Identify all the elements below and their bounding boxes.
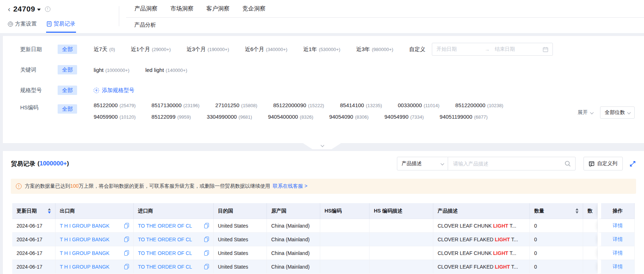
filter-option[interactable]: 近1年(530000+) xyxy=(303,46,340,53)
filter-option[interactable]: led light(140000+) xyxy=(145,67,187,73)
collapse-filter-handle[interactable] xyxy=(303,143,341,149)
filter-option[interactable]: 94054090(8306) xyxy=(329,114,368,120)
info-icon[interactable] xyxy=(45,6,50,12)
option-name: 近7天 xyxy=(94,46,107,53)
filter-option[interactable]: 94059900(10120) xyxy=(94,114,136,120)
back-icon[interactable]: ‹ xyxy=(8,5,10,13)
sort-desc-icon[interactable] xyxy=(48,211,51,214)
date-range-picker[interactable]: 开始日期 → 结束日期 xyxy=(432,43,553,56)
filter-option[interactable]: 85122099(9959) xyxy=(152,114,191,120)
detail-link[interactable]: 详情 xyxy=(613,250,623,256)
custom-date-option[interactable]: 自定义 xyxy=(409,46,425,53)
customize-columns-button[interactable]: 自定义列 xyxy=(583,157,623,170)
company-link[interactable]: TO THE ORDER OF CL xyxy=(138,237,192,242)
copy-icon[interactable] xyxy=(124,264,129,269)
desc-highlight: LIGHT xyxy=(493,250,508,256)
cell-product-desc: CLOVER LEAF CHUNK LIGHT T... xyxy=(433,219,530,233)
tab-plan-settings[interactable]: 方案设置 xyxy=(8,20,37,27)
copy-icon[interactable] xyxy=(204,264,209,269)
filter-all-chip[interactable]: 全部 xyxy=(58,104,77,114)
expand-link[interactable]: 展开 xyxy=(578,109,593,116)
option-name: 27101250 xyxy=(215,102,240,108)
company-link[interactable]: T H I GROUP BANGK xyxy=(60,237,109,242)
company-link[interactable]: T H I GROUP BANGK xyxy=(60,223,109,229)
filter-option[interactable]: 94054990(7334) xyxy=(384,114,424,120)
cell-exporter-content: T H I GROUP BANGK xyxy=(60,264,129,270)
option-count: (0) xyxy=(109,47,115,52)
filter-option[interactable]: 3304990000(9681) xyxy=(207,114,252,120)
company-link[interactable]: TO THE ORDER OF CL xyxy=(138,223,192,229)
column-header: 操作 xyxy=(598,203,635,219)
column-header: 数量 xyxy=(530,203,583,219)
option-name: 近3个月 xyxy=(187,46,206,53)
company-link[interactable]: TO THE ORDER OF CL xyxy=(138,250,192,256)
filter-option[interactable]: 8517130000(23196) xyxy=(152,102,200,108)
option-count: (530000+) xyxy=(319,47,340,52)
sort-asc-icon[interactable] xyxy=(576,208,578,210)
sort-asc-icon[interactable] xyxy=(48,208,51,210)
fullscreen-icon[interactable] xyxy=(629,160,636,167)
filter-all-chip[interactable]: 全部 xyxy=(58,86,77,95)
filter-option[interactable]: 8512200000(10238) xyxy=(455,102,503,108)
filter-option[interactable]: 近3个月(190000+) xyxy=(187,46,229,53)
search-field-select[interactable]: 产品描述 xyxy=(397,157,448,170)
filter-option[interactable]: 近1个月(29000+) xyxy=(131,46,171,53)
filter-option[interactable]: 近6个月(340000+) xyxy=(245,46,287,53)
filter-all-chip[interactable]: 全部 xyxy=(58,45,77,54)
filter-option[interactable]: 85122000090(15222) xyxy=(273,102,324,108)
filter-label: 关键词 xyxy=(20,67,58,73)
filter-all-chip[interactable]: 全部 xyxy=(58,65,77,74)
table-row: 2024-06-17T H I GROUP BANGKTO THE ORDER … xyxy=(12,260,635,274)
filter-option[interactable]: 近7天(0) xyxy=(94,46,115,53)
nav-item[interactable]: 市场洞察 xyxy=(170,5,193,13)
search-input-box xyxy=(448,157,576,170)
detail-link[interactable]: 详情 xyxy=(613,264,623,269)
copy-icon[interactable] xyxy=(124,223,129,228)
detail-link[interactable]: 详情 xyxy=(613,223,623,228)
nav-item[interactable]: 竞企洞察 xyxy=(242,5,265,13)
filter-option[interactable]: 85122000(25479) xyxy=(94,102,136,108)
plan-dropdown-caret-icon[interactable] xyxy=(37,9,41,11)
company-link[interactable]: T H I GROUP BANGK xyxy=(60,264,109,270)
tab-trade-records[interactable]: 贸易记录 xyxy=(47,20,75,27)
filter-option[interactable]: 近3年(980000+) xyxy=(356,46,393,53)
company-link[interactable]: TO THE ORDER OF CL xyxy=(138,264,192,270)
digits-select[interactable]: 全部位数 xyxy=(600,106,635,119)
search-input[interactable] xyxy=(452,160,564,167)
cell-destination: United States xyxy=(214,219,267,233)
option-count: (13235) xyxy=(366,103,382,108)
filter-option[interactable]: 94051199000(6877) xyxy=(440,114,488,120)
filter-option[interactable]: 9405400000(8326) xyxy=(268,114,313,120)
column-header: 目的国 xyxy=(214,203,267,219)
company-link[interactable]: T H I GROUP BANGK xyxy=(60,250,109,256)
search-icon[interactable] xyxy=(564,160,571,167)
plan-id[interactable]: 24709 xyxy=(13,5,35,13)
add-spec-button[interactable]: 添加规格型号 xyxy=(94,87,134,94)
table-row: 2024-06-17T H I GROUP BANGKTO THE ORDER … xyxy=(12,233,635,246)
contact-support-link[interactable]: 联系在线客服 > xyxy=(273,183,307,189)
option-name: 85122099 xyxy=(152,114,176,120)
subnav-product-analysis[interactable]: 产品分析 xyxy=(134,22,156,28)
filter-option[interactable]: 85414100(13235) xyxy=(340,102,382,108)
nav-item[interactable]: 客户洞察 xyxy=(206,5,229,13)
detail-link[interactable]: 详情 xyxy=(613,236,623,242)
option-name: 8517130000 xyxy=(152,102,182,108)
filter-option[interactable]: 00330000(11014) xyxy=(398,102,440,108)
chevron-down-icon xyxy=(627,110,631,114)
copy-icon[interactable] xyxy=(124,237,129,242)
copy-icon[interactable] xyxy=(204,250,209,256)
cell-hs-desc xyxy=(370,246,433,260)
nav-item[interactable]: 产品洞察 xyxy=(134,5,157,13)
desc-post: T... xyxy=(508,223,516,229)
cell-exporter: T H I GROUP BANGK xyxy=(55,233,134,246)
filter-option[interactable]: light(1000000+) xyxy=(94,67,129,73)
copy-icon[interactable] xyxy=(204,237,209,242)
copy-icon[interactable] xyxy=(124,250,129,256)
column-label: 更新日期 xyxy=(17,208,37,214)
cell-importer-content: TO THE ORDER OF CL xyxy=(138,250,209,256)
sort-desc-icon[interactable] xyxy=(576,211,578,214)
option-name: 近1年 xyxy=(303,46,317,53)
copy-icon[interactable] xyxy=(204,223,209,228)
filter-option[interactable]: 27101250(15808) xyxy=(215,102,258,108)
cell-hs-code xyxy=(320,233,370,246)
